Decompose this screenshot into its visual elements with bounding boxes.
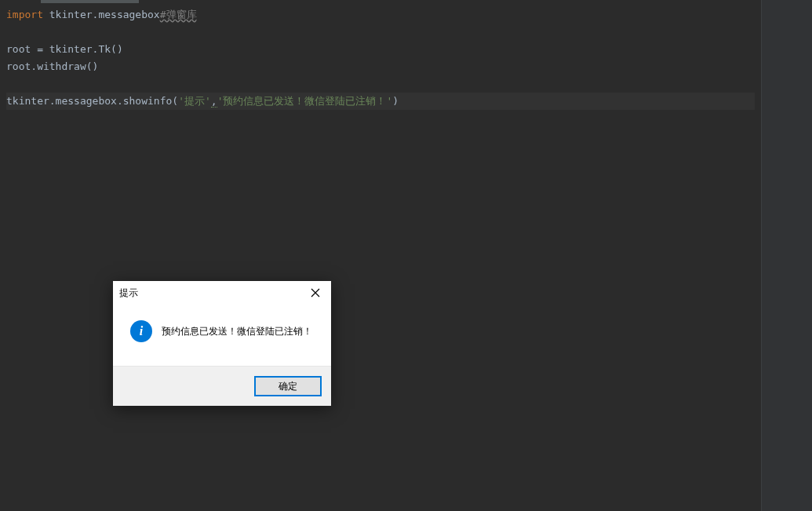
- close-button[interactable]: [306, 283, 325, 302]
- code-line: import tkinter.messagebox#弹窗库: [6, 6, 755, 24]
- dialog-body: i 预约信息已发送！微信登陆已注销！: [113, 305, 331, 366]
- code-line: root.withdraw(): [6, 58, 755, 75]
- info-icon-letter: i: [140, 324, 143, 338]
- code-string: '提示': [178, 95, 211, 107]
- code-comment: #弹窗库: [160, 9, 197, 20]
- dialog-footer: 确定: [113, 366, 331, 406]
- code-text: tkinter.messagebox: [43, 9, 160, 20]
- dialog-message: 预约信息已发送！微信登陆已注销！: [162, 325, 312, 338]
- code-text: root.withdraw(): [6, 60, 98, 72]
- code-line-empty: [6, 24, 755, 41]
- ok-button[interactable]: 确定: [254, 376, 322, 396]
- dialog-title: 提示: [119, 287, 138, 300]
- editor-right-gutter: [761, 0, 812, 511]
- code-line-current: tkinter.messagebox.showinfo('提示','预约信息已发…: [6, 93, 755, 110]
- info-icon: i: [130, 320, 152, 342]
- code-editor[interactable]: import tkinter.messagebox#弹窗库 root = tki…: [0, 0, 761, 511]
- editor-tab-indicator: [41, 0, 139, 3]
- code-text: tkinter.messagebox.showinfo(: [6, 95, 178, 107]
- code-text: ,: [211, 95, 217, 108]
- code-text: ): [392, 95, 399, 107]
- code-line: root = tkinter.Tk(): [6, 41, 755, 58]
- dialog-titlebar[interactable]: 提示: [113, 281, 331, 305]
- keyword-import: import: [6, 9, 43, 20]
- code-text: root = tkinter.Tk(): [6, 43, 123, 55]
- close-icon: [311, 288, 320, 297]
- code-string: '预约信息已发送！微信登陆已注销！': [217, 95, 393, 107]
- code-line-empty: [6, 75, 755, 93]
- messagebox-dialog: 提示 i 预约信息已发送！微信登陆已注销！ 确定: [113, 281, 331, 406]
